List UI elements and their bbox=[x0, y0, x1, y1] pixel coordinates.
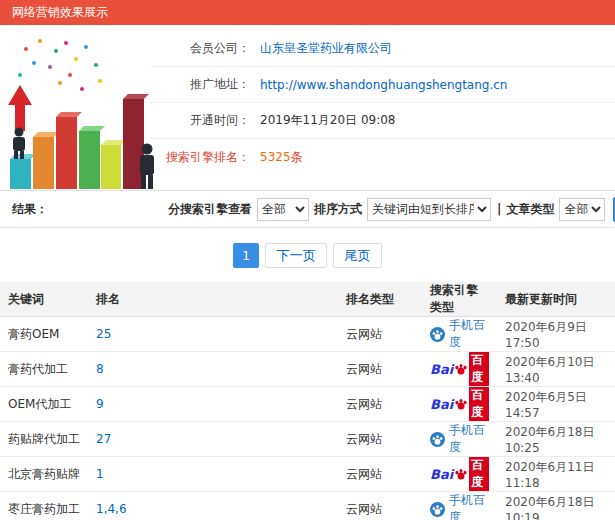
open-time-value: 2019年11月20日 09:08 bbox=[260, 112, 395, 129]
baidu-logo-cjk: 百度 bbox=[469, 457, 489, 491]
next-page-button[interactable]: 下一页 bbox=[265, 243, 327, 268]
baidu-logo: Bai 百度 bbox=[430, 457, 489, 491]
baidu-paw-icon bbox=[454, 362, 468, 376]
engine-cell: 手机百度 bbox=[422, 422, 497, 457]
rank-link[interactable]: 1 bbox=[96, 467, 104, 481]
keyword-cell: 膏药OEM bbox=[0, 317, 88, 352]
rank-link[interactable]: 8 bbox=[96, 362, 104, 376]
baidu-logo: Bai 百度 bbox=[430, 387, 489, 421]
engine-cell: Bai 百度 bbox=[422, 352, 497, 387]
rank-cell: 1 bbox=[88, 457, 338, 492]
time-cell: 2020年6月18日 10:19 bbox=[497, 492, 615, 520]
baidu-logo-latin: Bai bbox=[430, 397, 453, 412]
table-header-row: 关键词 排名 排名类型 搜索引擎类型 最新更新时间 bbox=[0, 282, 615, 317]
company-info: 会员公司： 山东皇圣堂药业有限公司 推广地址： http://www.shand… bbox=[150, 25, 615, 175]
sort-label: 排序方式 bbox=[314, 201, 362, 218]
rank-type-cell: 云网站 bbox=[338, 317, 422, 352]
engine-cell: Bai 百度 bbox=[422, 457, 497, 492]
baidu-logo-cjk: 百度 bbox=[469, 387, 489, 421]
page-title: 网络营销效果展示 bbox=[12, 5, 108, 19]
rank-cell: 25 bbox=[88, 317, 338, 352]
engine-cell: 手机百度 bbox=[422, 317, 497, 352]
table-row: 北京膏药贴牌1云网站 Bai 百度 2020年6月11日 11:18 bbox=[0, 457, 615, 492]
rank-type-cell: 云网站 bbox=[338, 492, 422, 520]
time-cell: 2020年6月11日 11:18 bbox=[497, 457, 615, 492]
mobile-baidu-paw-icon bbox=[430, 502, 445, 517]
baidu-paw-icon bbox=[454, 467, 468, 481]
article-type-select[interactable]: 全部 bbox=[559, 198, 605, 221]
filter-controls: 分搜索引擎查看 全部 排序方式 关键词由短到长排序 | 文章类型 全部 提交 bbox=[166, 197, 615, 222]
title-bar: 网络营销效果展示 bbox=[0, 0, 615, 25]
open-time-label: 开通时间： bbox=[150, 112, 250, 129]
confetti-dots bbox=[18, 39, 102, 91]
businessman-right bbox=[140, 144, 154, 190]
keyword-cell: 药贴牌代加工 bbox=[0, 422, 88, 457]
rank-count-suffix: 条 bbox=[291, 149, 303, 166]
rank-link[interactable]: 27 bbox=[96, 432, 111, 446]
baidu-logo-latin: Bai bbox=[430, 467, 453, 482]
mobile-baidu-label: 手机百度 bbox=[449, 492, 489, 520]
info-row-url: 推广地址： http://www.shandonghuangshengtang.… bbox=[150, 67, 615, 103]
results-table: 关键词 排名 排名类型 搜索引擎类型 最新更新时间 膏药OEM25云网站 手机百… bbox=[0, 282, 615, 520]
baidu-logo: Bai 百度 bbox=[430, 352, 489, 386]
results-filter-bar: 结果： 分搜索引擎查看 全部 排序方式 关键词由短到长排序 | 文章类型 全部 … bbox=[0, 191, 615, 228]
info-row-rank-count: 搜索引擎排名： 5325 条 bbox=[150, 139, 615, 175]
rank-type-cell: 云网站 bbox=[338, 352, 422, 387]
baidu-logo-cjk: 百度 bbox=[469, 352, 489, 386]
header-update-time: 最新更新时间 bbox=[497, 282, 615, 317]
company-name-link[interactable]: 山东皇圣堂药业有限公司 bbox=[260, 40, 392, 57]
mobile-baidu-paw-icon bbox=[430, 327, 445, 342]
rank-count-label: 搜索引擎排名： bbox=[150, 149, 250, 166]
bars bbox=[10, 94, 149, 189]
mobile-baidu-paw-icon bbox=[430, 432, 445, 447]
rank-cell: 27 bbox=[88, 422, 338, 457]
article-type-label: 文章类型 bbox=[506, 201, 554, 218]
keyword-cell: 枣庄膏药加工 bbox=[0, 492, 88, 520]
engine-filter-label: 分搜索引擎查看 bbox=[168, 201, 252, 218]
rank-link[interactable]: 25 bbox=[96, 327, 111, 341]
promo-url-label: 推广地址： bbox=[150, 76, 250, 93]
table-row: 膏药代加工8云网站 Bai 百度 2020年6月10日 13:40 bbox=[0, 352, 615, 387]
time-cell: 2020年6月9日 17:50 bbox=[497, 317, 615, 352]
filter-divider: | bbox=[497, 202, 501, 216]
rank-cell: 1,4,6 bbox=[88, 492, 338, 520]
pagination: 1 下一页 尾页 bbox=[0, 228, 615, 282]
time-cell: 2020年6月18日 10:25 bbox=[497, 422, 615, 457]
mobile-baidu-badge: 手机百度 bbox=[430, 422, 489, 456]
sort-select[interactable]: 关键词由短到长排序 bbox=[367, 198, 491, 221]
rank-link[interactable]: 9 bbox=[96, 397, 104, 411]
rank-cell: 9 bbox=[88, 387, 338, 422]
info-row-open-time: 开通时间： 2019年11月20日 09:08 bbox=[150, 103, 615, 139]
engine-cell: Bai 百度 bbox=[422, 387, 497, 422]
last-page-button[interactable]: 尾页 bbox=[333, 243, 382, 268]
mobile-baidu-label: 手机百度 bbox=[449, 422, 489, 456]
info-row-company: 会员公司： 山东皇圣堂药业有限公司 bbox=[150, 31, 615, 67]
baidu-paw-icon bbox=[454, 397, 468, 411]
time-cell: 2020年6月5日 14:57 bbox=[497, 387, 615, 422]
header-rank-type: 排名类型 bbox=[338, 282, 422, 317]
promo-url-link[interactable]: http://www.shandonghuangshengtang.cn bbox=[260, 78, 507, 92]
baidu-logo-latin: Bai bbox=[430, 362, 453, 377]
header-rank: 排名 bbox=[88, 282, 338, 317]
rank-count-value: 5325 bbox=[260, 150, 291, 164]
engine-cell: 手机百度 bbox=[422, 492, 497, 520]
time-cell: 2020年6月10日 13:40 bbox=[497, 352, 615, 387]
table-row: 枣庄膏药加工1,4,6云网站 手机百度 2020年6月18日 10:19 bbox=[0, 492, 615, 520]
rank-type-cell: 云网站 bbox=[338, 422, 422, 457]
header-keyword: 关键词 bbox=[0, 282, 88, 317]
rank-cell: 8 bbox=[88, 352, 338, 387]
table-row: 药贴牌代加工27云网站 手机百度 2020年6月18日 10:25 bbox=[0, 422, 615, 457]
mobile-baidu-badge: 手机百度 bbox=[430, 317, 489, 351]
mobile-baidu-badge: 手机百度 bbox=[430, 492, 489, 520]
page-current[interactable]: 1 bbox=[233, 243, 259, 268]
table-row: OEM代加工9云网站 Bai 百度 2020年6月5日 14:57 bbox=[0, 387, 615, 422]
info-panel: 会员公司： 山东皇圣堂药业有限公司 推广地址： http://www.shand… bbox=[0, 25, 615, 191]
header-engine-type: 搜索引擎类型 bbox=[422, 282, 497, 317]
keyword-cell: 膏药代加工 bbox=[0, 352, 88, 387]
rank-link[interactable]: 1,4,6 bbox=[96, 502, 127, 516]
result-label: 结果： bbox=[12, 201, 48, 218]
engine-filter-select[interactable]: 全部 bbox=[257, 198, 309, 221]
keyword-cell: 北京膏药贴牌 bbox=[0, 457, 88, 492]
results-table-body: 膏药OEM25云网站 手机百度 2020年6月9日 17:50膏药代加工8云网站… bbox=[0, 317, 615, 520]
rank-type-cell: 云网站 bbox=[338, 387, 422, 422]
